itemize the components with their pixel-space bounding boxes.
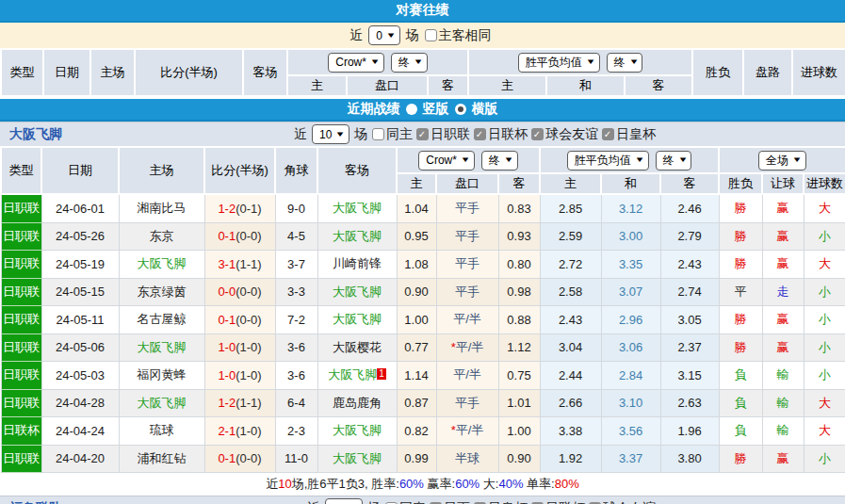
chevron-down-icon: ▼ [369,58,380,66]
col-result: 胜负 [719,173,762,194]
filter-checkbox-label-2[interactable]: 日联杯 [488,126,528,143]
filter-checkbox-3[interactable] [531,128,544,140]
filter-checkbox-2[interactable] [474,128,486,140]
filter-checkbox-label-2[interactable]: 日皇杯 [488,500,528,504]
avg-draw-cell: 2.84 [601,362,660,390]
date-cell: 24-05-06 [41,333,119,362]
handicap-cell: 平手 [436,389,498,417]
handicap-cell: 平手 [436,222,498,251]
corners-cell: 4-5 [275,222,317,251]
filter-checkbox-label-3[interactable]: 球会友谊 [545,126,598,143]
col-score: 比分(半场) [204,147,275,194]
filter-checkbox-label-4[interactable]: 球会友谊 [603,500,656,504]
col-handicap-result: 让球 [762,173,804,194]
odds-time-select[interactable]: 终▼ [391,53,428,73]
col-handicap: 盘口 [436,173,498,194]
goals-cell: 大 [804,417,845,446]
date-cell: 24-05-11 [41,306,119,334]
bookmaker-select[interactable]: Crow*▼ [418,151,475,171]
result-cell: 負 [719,362,762,390]
corners-cell: 3-6 [275,333,317,362]
home-odds-cell: 0.77 [397,333,436,362]
away-odds-cell: 0.83 [498,194,540,222]
away-team-cell: 大阪飞脚 [317,222,397,251]
col-date: 日期 [41,147,119,194]
vertical-layout-label[interactable]: 竖版 [423,101,449,118]
match-row: 日职联24-05-19大阪飞脚3-1(1-1)3-7川崎前锋1.08平手0.80… [1,251,845,279]
league-cell: 日联杯 [1,417,41,446]
home-team-cell: 东京 [119,222,204,251]
summary-segment: 40% [498,477,523,491]
score-cell: 0-0(0-0) [204,278,275,306]
filter-checkbox-label-4[interactable]: 日皇杯 [616,126,656,143]
col-avg-home: 主 [540,173,601,194]
filter-checkbox-1[interactable] [416,128,429,140]
col-type: 类型 [1,147,41,194]
chevron-down-icon: ▼ [585,58,595,66]
home-odds-cell: 1.04 [397,194,436,222]
match-count-select[interactable]: 10▼ [325,498,363,504]
avg-time-select[interactable]: 终▼ [656,151,692,171]
handicap-result-cell: 輸 [762,389,804,417]
vertical-layout-radio[interactable] [406,104,417,115]
result-cell: 平 [719,278,762,306]
home-odds-cell: 0.87 [397,389,436,417]
match-row: 日联杯24-04-24琉球2-1(1-0)2-3大阪飞脚0.82*平/半1.00… [1,417,845,446]
col-goals: 进球数 [792,49,845,96]
avg-odds-select[interactable]: 胜平负均值▼ [518,53,600,73]
match-row: 日职联24-06-01湘南比马1-2(0-1)9-0大阪飞脚1.04平手0.83… [1,194,845,222]
home-team-cell: 福冈黄蜂 [119,362,204,390]
avg-away-cell: 2.63 [660,389,719,417]
avg-home-cell: 2.58 [540,278,601,306]
away-team-cell: 大阪飞脚 [317,194,397,222]
horizontal-layout-radio[interactable] [455,104,466,115]
near-label: 近 [307,500,320,504]
gamba-filter-row: 近 10▼ 场 同主日职联日联杯球会友谊日皇杯 [294,124,659,144]
handicap-result-cell: 赢 [762,222,804,251]
avg-away-cell: 3.80 [660,445,719,473]
avg-draw-cell: 3.56 [601,417,660,446]
filter-checkbox-label-0[interactable]: 同客 [399,500,426,504]
matches-label: 场 [367,500,381,504]
filter-checkbox-4[interactable] [602,128,614,140]
col-handicap: 盘口 [347,75,428,96]
match-count-select[interactable]: 0▼ [368,25,400,45]
goals-cell: 小 [804,333,845,362]
odds-time-select[interactable]: 终▼ [481,151,518,171]
avg-draw-cell: 2.96 [601,306,660,334]
filter-checkbox-label-1[interactable]: 日丙 [444,500,470,504]
horizontal-layout-label[interactable]: 横版 [472,101,498,118]
home-odds-cell: 0.99 [397,445,436,473]
score-cell: 2-1(1-0) [204,417,275,446]
col-date: 日期 [43,49,90,96]
avg-time-select[interactable]: 终▼ [607,53,643,73]
summary-segment: 60% [455,477,479,491]
filter-checkbox-label-0[interactable]: 主客相同 [439,27,492,44]
goals-cell: 大 [804,389,845,417]
corners-cell: 3-6 [275,362,317,390]
handicap-result-cell: 輸 [762,362,804,390]
red-card-badge: 1 [377,368,386,380]
col-away: 客场 [317,147,397,194]
bookmaker-select[interactable]: Crow*▼ [328,53,384,73]
col-away-odds: 客 [498,173,540,194]
away-odds-cell: 0.90 [498,445,540,473]
col-avg-draw: 和 [546,75,625,96]
home-team-cell: 大阪飞脚 [119,333,204,362]
filter-checkbox-0[interactable] [372,128,384,140]
filter-checkbox-label-0[interactable]: 同主 [386,126,413,143]
filter-checkbox-label-1[interactable]: 日职联 [431,126,470,143]
filter-checkbox-0[interactable] [425,29,437,41]
avg-home-cell: 2.72 [540,251,601,279]
filter-checkbox-label-3[interactable]: 日联杯 [545,500,585,504]
avg-odds-select[interactable]: 胜平负均值▼ [567,151,649,171]
result-cell: 勝 [719,222,762,251]
scope-select[interactable]: 全场▼ [758,151,806,171]
handicap-result-cell: 赢 [762,333,804,362]
league-cell: 日职联 [1,278,41,306]
away-team-cell: 大阪飞脚 [317,417,397,446]
away-odds-cell: 1.01 [498,389,540,417]
score-cell: 0-1(0-0) [204,445,275,473]
score-cell: 1-0(1-0) [204,333,275,362]
match-count-select[interactable]: 10▼ [312,124,349,144]
